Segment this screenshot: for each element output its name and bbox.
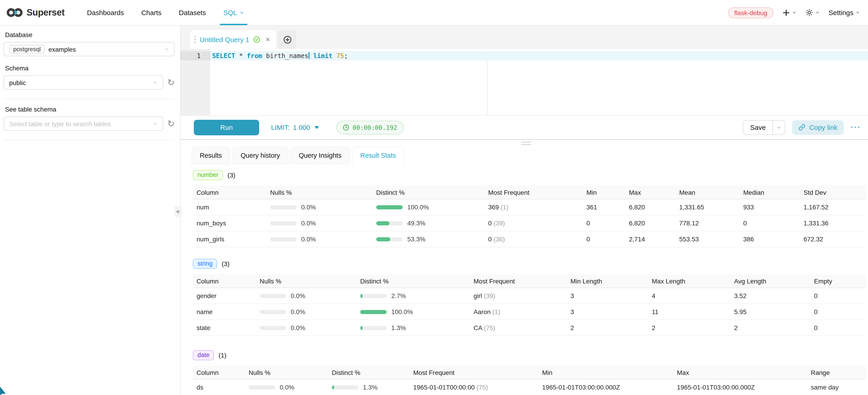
table-header-row: ColumnNulls %Distinct %Most FrequentMinM… — [193, 366, 866, 379]
sqllab-main: Untitled Query 1 ✕ 1 — [181, 26, 868, 395]
column-header: Max Length — [648, 277, 731, 284]
cell-value: 0 — [810, 324, 866, 331]
cell-percent: 0.0% — [245, 384, 328, 391]
plus-icon — [782, 9, 790, 16]
sql-token: from — [247, 52, 262, 59]
percent-label: 0.0% — [301, 204, 316, 211]
refresh-schemas-icon[interactable]: ↻ — [167, 78, 175, 87]
line-number: 1 — [181, 51, 210, 60]
db-dialect-tag: postgresql — [9, 45, 45, 54]
mouse-cursor — [0, 386, 6, 395]
theme-toggle-button[interactable] — [805, 9, 819, 17]
nav-item-charts[interactable]: Charts — [132, 0, 170, 25]
percent-bar-fill — [332, 385, 334, 389]
tab-result-stats[interactable]: Result Stats — [352, 147, 404, 164]
environment-badge: flask-debug — [728, 7, 773, 18]
cell-column-name: num_girls — [193, 236, 267, 243]
table-row: num_girls0.0%53.3%0 (36)02,714553.533866… — [193, 231, 866, 247]
column-header: Nulls % — [256, 277, 356, 284]
run-button[interactable]: Run — [194, 120, 259, 135]
cell-value: 0 — [583, 219, 625, 227]
tab-drag-handle[interactable] — [194, 36, 196, 43]
database-value: examples — [49, 45, 76, 53]
section-badge-row: date(1) — [193, 350, 866, 360]
type-badge-string: string — [193, 259, 217, 269]
stats-section-string: string(3)ColumnNulls %Distinct %Most Fre… — [193, 259, 866, 336]
most-frequent-count: (1) — [499, 204, 508, 211]
new-item-button[interactable] — [782, 9, 796, 16]
code-area[interactable]: SELECT * from birth_names limit 75; — [210, 49, 868, 115]
save-options-caret[interactable] — [773, 120, 785, 134]
most-frequent-value: CA — [473, 324, 482, 331]
cell-value: 1965-01-01T03:00:00.000Z — [538, 384, 673, 391]
nav-item-sql[interactable]: SQL — [215, 0, 253, 25]
column-header: Avg Length — [731, 277, 810, 284]
limit-dropdown[interactable]: LIMIT: 1 000 — [271, 123, 319, 131]
cell-most-frequent: 369 (1) — [485, 204, 583, 211]
tab-results[interactable]: Results — [191, 147, 230, 164]
chevron-down-icon — [792, 10, 796, 14]
table-row: gender0.0%2.7%girl (39)343.520 — [193, 288, 866, 304]
copy-link-label: Copy link — [809, 123, 837, 131]
copy-link-button[interactable]: Copy link — [792, 120, 844, 134]
cell-column-name: num_boys — [193, 219, 267, 227]
percent-bar — [376, 237, 403, 241]
column-count: (1) — [219, 352, 226, 359]
percent-bar — [259, 294, 286, 298]
table-select-placeholder: Select table or type to search tables — [9, 120, 111, 127]
chevron-down-icon — [815, 10, 819, 14]
column-header: Min — [583, 189, 625, 196]
column-header: Max — [625, 189, 676, 196]
most-frequent-value: 1965-01-01T00:00:00 — [413, 384, 475, 391]
table-select[interactable]: Select table or type to search tables — [4, 117, 163, 131]
database-select[interactable]: postgresql examples — [4, 42, 175, 56]
limit-value: 1 000 — [293, 123, 310, 131]
chevron-down-icon — [153, 80, 158, 85]
nav-item-label: Datasets — [179, 9, 206, 17]
more-actions-button[interactable]: ··· — [850, 123, 861, 132]
cell-percent: 0.0% — [267, 219, 373, 227]
most-frequent-value: 369 — [488, 204, 499, 211]
nav-item-label: Charts — [141, 9, 161, 17]
superset-logo[interactable]: Superset — [6, 7, 64, 18]
cell-value: 361 — [583, 204, 625, 211]
percent-bar — [249, 385, 275, 389]
collapse-sidebar-button[interactable]: < — [174, 206, 182, 217]
tab-query-insights[interactable]: Query Insights — [290, 147, 350, 164]
most-frequent-count: (1) — [491, 308, 500, 315]
column-header: Most Frequent — [485, 189, 583, 196]
refresh-tables-icon[interactable]: ↻ — [167, 119, 175, 128]
most-frequent-count: (75) — [482, 324, 495, 331]
new-query-tab-button[interactable] — [279, 30, 297, 49]
percent-bar-fill — [376, 205, 403, 209]
schema-select[interactable]: public — [4, 75, 163, 90]
percent-label: 2.7% — [391, 292, 406, 299]
sidebar-divider — [4, 140, 174, 140]
cell-value: 3 — [567, 308, 648, 315]
most-frequent-value: girl — [473, 292, 482, 299]
column-header: Min — [538, 369, 673, 376]
pane-resize-handle[interactable] — [181, 139, 868, 146]
column-header: Std Dev — [800, 189, 866, 196]
percent-bar — [270, 237, 297, 241]
save-button[interactable]: Save — [743, 120, 772, 134]
cell-most-frequent: 1965-01-01T00:00:00 (75) — [409, 384, 538, 391]
cell-value: 6,820 — [625, 204, 676, 211]
table-header-row: ColumnNulls %Distinct %Most FrequentMin … — [193, 274, 866, 288]
close-tab-icon[interactable]: ✕ — [265, 36, 270, 43]
query-tab[interactable]: Untitled Query 1 ✕ — [190, 30, 276, 49]
percent-bar — [270, 205, 297, 209]
sql-editor[interactable]: 1 SELECT * from birth_names limit 75; — [181, 49, 868, 115]
settings-menu[interactable]: Settings — [829, 9, 860, 17]
schema-value: public — [9, 79, 26, 86]
percent-bar-fill — [360, 294, 362, 298]
nav-item-dashboards[interactable]: Dashboards — [78, 0, 132, 25]
nav-item-datasets[interactable]: Datasets — [170, 0, 215, 25]
cell-value: 1,331.36 — [800, 219, 866, 227]
most-frequent-count: (39) — [482, 292, 495, 299]
tab-query-history[interactable]: Query history — [232, 147, 288, 164]
cell-value: 0 — [810, 308, 866, 315]
cell-value: 4 — [648, 292, 731, 299]
cell-value: 0 — [583, 236, 625, 243]
column-count: (3) — [228, 172, 236, 179]
